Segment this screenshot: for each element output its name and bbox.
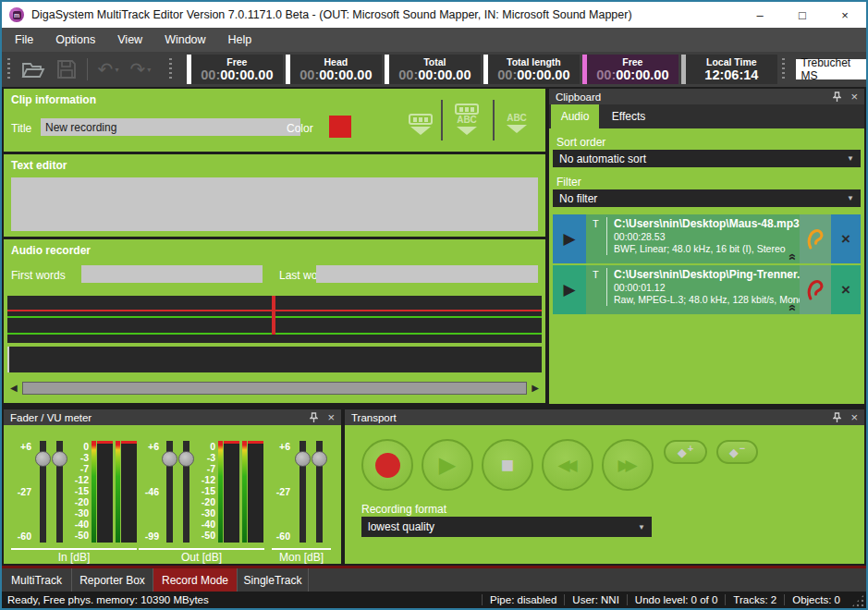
fader-mid-label: -27 [268, 486, 290, 497]
collapse-icon[interactable]: « [788, 304, 799, 311]
first-words-input[interactable] [81, 265, 263, 283]
toolbar-grip3[interactable] [782, 58, 785, 80]
menu-file[interactable]: File [4, 28, 44, 52]
pin-icon[interactable] [833, 92, 841, 103]
resize-grip-icon[interactable] [851, 594, 864, 607]
marker-text-dropdown-button[interactable]: ABC [455, 104, 479, 135]
fader-thumb[interactable] [162, 451, 177, 467]
play-clip-button[interactable]: ▶ [553, 265, 586, 314]
marker-dropdown-button[interactable] [409, 114, 433, 135]
tab-effects[interactable]: Effects [599, 104, 658, 128]
title-input[interactable] [41, 118, 300, 136]
clip-duration: 00:00:28.53 [614, 231, 798, 243]
prelisten-button[interactable] [800, 265, 831, 314]
prelisten-button[interactable] [800, 214, 831, 263]
toolbar-grip[interactable] [7, 58, 10, 80]
save-button[interactable] [56, 59, 77, 79]
add-marker-button[interactable]: ◆+ [664, 440, 707, 464]
close-button[interactable]: × [824, 2, 866, 28]
fader-thumb[interactable] [178, 451, 194, 467]
fader-thumb[interactable] [52, 451, 67, 467]
close-icon: × [841, 8, 849, 22]
tab-reporter-box[interactable]: Reporter Box [72, 568, 153, 592]
play-icon: ▶ [563, 280, 575, 299]
scrollbar-thumb[interactable] [22, 382, 528, 395]
menu-view[interactable]: View [106, 28, 153, 52]
vu-gradient-strip [218, 441, 223, 543]
waveform-scrollbar[interactable]: ◀ ▶ [7, 380, 542, 396]
pin-icon[interactable] [833, 412, 841, 423]
rewind-button[interactable]: ◀◀ [542, 439, 593, 491]
sort-order-select[interactable]: No automatic sort ▼ [553, 150, 861, 167]
waveform-display[interactable] [7, 296, 542, 375]
fast-forward-button[interactable]: ▶▶ [602, 439, 654, 491]
fader-mid-label: -27 [9, 486, 31, 497]
redo-icon: ↷ [129, 60, 145, 79]
minimize-button[interactable]: – [739, 2, 781, 28]
fader-thumb[interactable] [35, 451, 51, 467]
fader-bottom-label: -60 [268, 531, 290, 542]
color-swatch[interactable] [329, 116, 351, 138]
recording-format-label: Recording format [361, 503, 446, 516]
pin-icon[interactable] [310, 412, 318, 423]
maximize-icon: □ [799, 8, 806, 22]
remove-clip-button[interactable]: × [831, 265, 861, 314]
open-button[interactable] [21, 59, 45, 79]
clipboard-entry-2[interactable]: ▶ T C:\Users\nin\Desktop\Ping-Trenner.MP… [553, 265, 861, 314]
record-button[interactable] [361, 439, 413, 491]
clip-format: BWF, Linear; 48.0 kHz, 16 bit (I), Stere… [614, 243, 798, 255]
filter-select[interactable]: No filter ▼ [553, 189, 861, 207]
text-editor-header: Text editor [11, 159, 67, 172]
counter-free-purple: Free 00:00:00.00 [582, 55, 679, 84]
redo-button[interactable]: ↷ ▾ [129, 60, 151, 79]
stop-button[interactable]: ■ [482, 439, 533, 491]
panel-close-icon[interactable]: × [327, 411, 335, 423]
last-words-input[interactable] [316, 265, 538, 283]
status-user: User: NNI [564, 594, 626, 605]
playhead-cursor[interactable] [272, 296, 275, 335]
tab-record-mode[interactable]: Record Mode [153, 568, 238, 592]
fader-vu-meter-panel: Fader / VU meter × +6 -27 -60 0-3-7 -12-… [4, 409, 341, 564]
remove-clip-button[interactable]: × [831, 214, 861, 263]
counter-total-length: Total length 00:00:00.00 [483, 55, 580, 84]
fader-panel-header: Fader / VU meter × [4, 409, 341, 425]
toolbar-grip2[interactable] [169, 58, 172, 80]
titlebar: m DigaSystem MultiTrack Editor Version 7… [2, 2, 866, 28]
menu-help[interactable]: Help [217, 28, 263, 52]
fader-thumb[interactable] [312, 451, 327, 467]
transport-panel: Transport × ▶ ■ ◀◀ ▶▶ ◆+ ◆− Recording fo… [345, 409, 864, 564]
scroll-right-icon[interactable]: ▶ [532, 380, 539, 396]
menu-window[interactable]: Window [153, 28, 216, 52]
recording-format-select[interactable]: lowest quality ▼ [361, 517, 652, 537]
marker-plus-icon: ◆ [678, 446, 687, 458]
fader-group-caption: In [dB] [11, 551, 137, 564]
font-selector[interactable]: Trebuchet MS [796, 59, 866, 79]
clipboard-panel-header: Clipboard × [549, 89, 864, 104]
fader-thumb[interactable] [295, 451, 311, 467]
play-button[interactable]: ▶ [422, 439, 473, 491]
panel-close-icon[interactable]: × [850, 411, 858, 423]
toolbar: ↶ ▾ ↷ ▾ Free 00:00:00.00 Head 00:00:00.0… [2, 52, 866, 87]
app-window: m DigaSystem MultiTrack Editor Version 7… [0, 0, 868, 610]
tab-singletrack[interactable]: SingleTrack [238, 568, 309, 592]
filter-label: Filter [556, 176, 581, 189]
text-dropdown-button[interactable]: ABC [507, 113, 527, 133]
collapse-icon[interactable]: « [788, 253, 799, 261]
panel-close-icon[interactable]: × [850, 91, 858, 103]
tab-audio[interactable]: Audio [551, 104, 599, 128]
scroll-left-icon[interactable]: ◀ [10, 380, 18, 396]
mode-tabstrip: MultiTrack Reporter Box Record Mode Sing… [2, 568, 866, 592]
fader-top-label: +6 [9, 441, 31, 452]
menu-options[interactable]: Options [44, 28, 106, 52]
text-editor-area[interactable] [11, 177, 538, 231]
maximize-button[interactable]: □ [781, 2, 824, 28]
play-clip-button[interactable]: ▶ [553, 214, 586, 263]
vu-meter-bar [248, 441, 263, 543]
fader-bottom-label: -60 [9, 531, 31, 542]
undo-button[interactable]: ↶ ▾ [98, 60, 119, 79]
tab-multitrack[interactable]: MultiTrack [2, 568, 72, 592]
fader-group-caption: Mon [dB] [268, 551, 335, 564]
vu-gradient-strip [242, 441, 247, 543]
remove-marker-button[interactable]: ◆− [716, 440, 758, 464]
clipboard-entry-1[interactable]: ▶ T C:\Users\nin\Desktop\Maus-48.mp3.wav… [553, 214, 861, 263]
